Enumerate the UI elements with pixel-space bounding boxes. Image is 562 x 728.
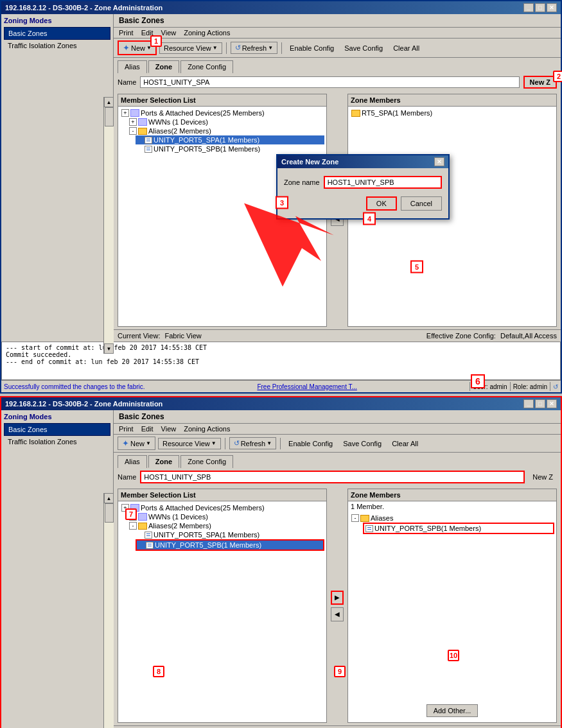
success-message1: Successfully committed the changes to th… — [4, 383, 145, 390]
menu-view2[interactable]: View — [161, 425, 177, 433]
unity-spb-zm-icon — [365, 525, 373, 532]
save-config-button2[interactable]: Save Config — [339, 438, 385, 449]
step8-badge: 8 — [153, 666, 164, 677]
scroll-up-btn[interactable]: ▲ — [104, 97, 114, 107]
tree-item-aliases-zm[interactable]: - Aliases — [350, 514, 554, 523]
add-other-btn[interactable]: Add Other... — [426, 704, 479, 717]
enable-config-button[interactable]: Enable Config — [286, 43, 338, 53]
expand-aliases[interactable]: - — [129, 127, 137, 135]
dialog-body: Zone name OK Cancel — [277, 168, 448, 218]
pro-management-link1[interactable]: Free Professional Management T... — [257, 383, 356, 390]
window1-title: 192.168.2.12 - DS-300B-2 - Zone Administ… — [5, 4, 162, 12]
tree-item-unity-spa[interactable]: UNITY_PORT5_SPA(1 Members) — [136, 135, 324, 144]
dialog-row: Zone name — [284, 176, 442, 189]
unity-spb-icon — [145, 146, 152, 153]
tree-item-wwns[interactable]: + WWNs (1 Devices) — [128, 117, 324, 126]
tree-item-unity-spa2[interactable]: UNITY_PORT5_SPA(1 Members) — [136, 530, 324, 539]
tree-item-unity-spb-zm[interactable]: UNITY_PORT5_SPB(1 Members) — [363, 523, 554, 534]
tab-zone[interactable]: Zone — [148, 60, 179, 73]
name-input2[interactable] — [140, 471, 525, 483]
menu-edit2[interactable]: Edit — [141, 425, 154, 433]
zone-members-content2: - Aliases UNITY_PORT5_SPB(1 Members) — [348, 512, 556, 699]
minimize-btn2[interactable]: _ — [523, 399, 534, 408]
menubar: Print Edit View Zoning Actions — [114, 28, 561, 39]
new-button2[interactable]: ✦ New ▼ — [118, 437, 155, 450]
tab-alias2[interactable]: Alias — [118, 455, 147, 468]
rt5spa-icon — [351, 110, 360, 117]
dialog-ok-btn[interactable]: OK — [366, 196, 397, 211]
tab-zone-config2[interactable]: Zone Config — [180, 455, 233, 468]
tree-item-aliases2[interactable]: - Aliases(2 Members) — [128, 521, 324, 530]
wwns-icon2 — [138, 513, 147, 521]
sidebar-item-basic-zones[interactable]: Basic Zones — [4, 27, 110, 40]
tree-item-unity-spb[interactable]: UNITY_PORT5_SPB(1 Members) — [136, 144, 324, 153]
tab-alias[interactable]: Alias — [118, 60, 147, 73]
menu-print[interactable]: Print — [119, 29, 134, 37]
scroll-down-btn[interactable]: ▼ — [104, 343, 114, 354]
add-member-btn2[interactable]: ▶ — [331, 591, 344, 605]
toolbar1: ✦ New ▼ 1 Resource View ▼ ↺ Refresh — [114, 39, 561, 58]
clear-all-button2[interactable]: Clear All — [388, 438, 422, 449]
maximize-btn2[interactable]: □ — [535, 399, 545, 408]
zone-members-panel2: Zone Members 1 Member. - Aliases — [347, 489, 557, 723]
arrow-buttons2: ▶ ◀ — [329, 489, 345, 723]
clear-all-button[interactable]: Clear All — [389, 43, 423, 53]
name-label2: Name — [118, 473, 136, 481]
dialog-close-btn[interactable]: ✕ — [434, 157, 444, 166]
tree-item-ports2[interactable]: + Ports & Attached Devices(25 Members) — [120, 503, 324, 512]
close-btn[interactable]: ✕ — [547, 3, 557, 12]
resource-view-button[interactable]: Resource View ▼ — [159, 42, 222, 54]
menu-print2[interactable]: Print — [119, 425, 134, 433]
unity-spa-icon2 — [145, 532, 152, 539]
expand-ports[interactable]: + — [121, 109, 129, 117]
sidebar-item-traffic-isolation[interactable]: Traffic Isolation Zones — [4, 40, 110, 51]
zone-name-input[interactable] — [324, 176, 442, 189]
newz-button1[interactable]: New Z 2 — [523, 76, 557, 89]
maximize-btn[interactable]: □ — [535, 3, 545, 12]
member-selection-header2: Member Selection List — [118, 489, 326, 501]
tree-item-rt5spa[interactable]: RT5_SPA(1 Members) — [350, 108, 554, 117]
sidebar-item-traffic-isolation2[interactable]: Traffic Isolation Zones — [4, 436, 110, 447]
tree-item-aliases[interactable]: - Aliases(2 Members) — [128, 126, 324, 135]
zone-members-header: Zone Members — [348, 94, 556, 107]
menu-zoning-actions2[interactable]: Zoning Actions — [184, 425, 230, 433]
new-button[interactable]: ✦ New ▼ 1 — [118, 40, 157, 55]
enable-config-button2[interactable]: Enable Config — [285, 438, 337, 449]
step6-badge: 6 — [471, 374, 485, 388]
tab-zone-config[interactable]: Zone Config — [180, 60, 233, 73]
minimize-btn[interactable]: _ — [523, 3, 534, 12]
tree-item-wwns2[interactable]: + WWNs (1 Devices) — [128, 512, 324, 521]
name-input1[interactable] — [140, 76, 519, 88]
close-btn2[interactable]: ✕ — [547, 399, 557, 408]
tab-zone2[interactable]: Zone — [148, 455, 179, 468]
expand-aliases2[interactable]: - — [129, 522, 137, 530]
dialog-titlebar: Create New Zone ✕ — [277, 155, 448, 168]
refresh-icon1[interactable]: ↺ — [553, 383, 558, 390]
sidebar-item-basic-zones2[interactable]: Basic Zones — [4, 423, 110, 436]
scroll-up-btn2[interactable]: ▲ — [104, 493, 114, 503]
resource-view-button2[interactable]: Resource View ▼ — [158, 438, 221, 449]
tabs1: Alias Zone Zone Config — [114, 58, 561, 73]
refresh-button2[interactable]: ↺ Refresh ▼ — [229, 437, 276, 449]
window2-titlebar: 192.168.2.12 - DS-300B-2 - Zone Administ… — [1, 397, 561, 410]
log-line3: --- end of commit at: lun feb 20 2017 14… — [6, 358, 556, 365]
member-selection-header: Member Selection List — [118, 94, 326, 107]
tree-item-unity-spb2[interactable]: UNITY_PORT5_SPB(1 Members) — [136, 539, 324, 551]
toolbar2: ✦ New ▼ Resource View ▼ ↺ Refresh ▼ — [114, 435, 561, 453]
expand-wwns[interactable]: + — [129, 118, 137, 126]
status-bar2: Current View: Fabric View Effective Zone… — [114, 725, 561, 728]
expand-aliases-zm[interactable]: - — [351, 514, 359, 522]
refresh-button[interactable]: ↺ Refresh ▼ — [231, 42, 277, 54]
menu-zoning-actions[interactable]: Zoning Actions — [184, 29, 230, 37]
menu-view[interactable]: View — [161, 29, 177, 37]
create-zone-dialog: Create New Zone ✕ Zone name OK Cancel — [276, 154, 450, 220]
newz-button2[interactable]: New Z — [529, 472, 557, 482]
save-config-button[interactable]: Save Config — [340, 43, 387, 53]
window2-title: 192.168.2.12 - DS-300B-2 - Zone Administ… — [5, 400, 162, 408]
dialog-cancel-btn[interactable]: Cancel — [401, 196, 442, 211]
tree-item-ports[interactable]: + Ports & Attached Devices(25 Members) — [120, 108, 324, 117]
role-label1: Role: admin — [513, 383, 547, 390]
remove-member-btn2[interactable]: ◀ — [331, 607, 344, 621]
name-row2: Name New Z — [114, 468, 561, 486]
aliases-icon — [138, 128, 147, 135]
